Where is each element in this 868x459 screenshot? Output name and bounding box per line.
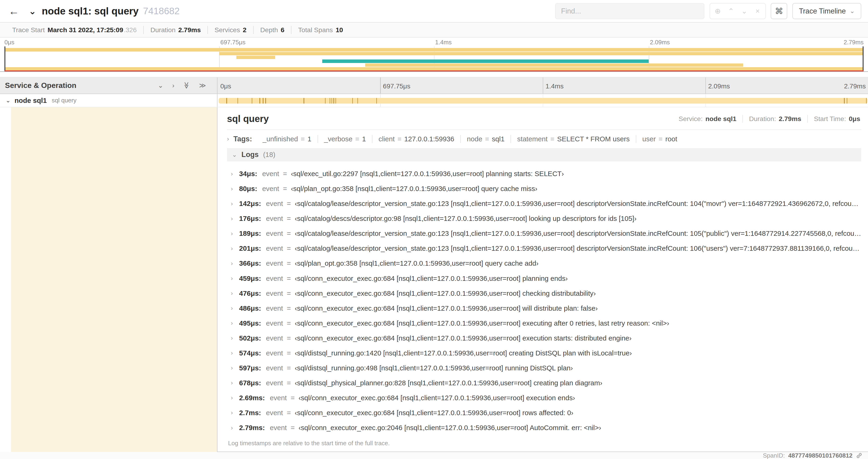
log-expand-icon[interactable]: › bbox=[231, 170, 235, 177]
chevron-up-icon: ⌃ bbox=[728, 7, 734, 15]
clear-search-button[interactable]: × bbox=[751, 4, 764, 19]
logs-header[interactable]: ⌄ Logs (18) bbox=[227, 148, 862, 161]
log-expand-icon[interactable]: › bbox=[231, 320, 235, 327]
span-timeline-cell[interactable] bbox=[217, 94, 868, 107]
collapse-all-icon[interactable]: ≫ bbox=[183, 82, 190, 89]
log-entry[interactable]: › 189μs: event = ‹sql/catalog/lease/desc… bbox=[231, 226, 861, 241]
log-timestamp: 2.7ms: bbox=[239, 409, 261, 417]
log-expand-icon[interactable]: › bbox=[231, 200, 235, 207]
equals-sign: = bbox=[287, 215, 291, 223]
equals-sign: = bbox=[551, 135, 554, 143]
equals-sign: = bbox=[397, 135, 401, 143]
span-collapse-icon[interactable]: ⌄ bbox=[6, 97, 11, 104]
span-row[interactable]: ⌄ node sql1 sql query bbox=[0, 94, 868, 107]
log-expand-icon[interactable]: › bbox=[231, 260, 235, 267]
log-entry[interactable]: › 80μs: event = ‹sql/plan_opt.go:358 [ns… bbox=[231, 181, 861, 196]
log-expand-icon[interactable]: › bbox=[231, 305, 235, 312]
log-value: ‹sql/distsql_physical_planner.go:828 [ns… bbox=[295, 379, 602, 387]
log-field: event bbox=[266, 230, 283, 237]
back-button[interactable]: ← bbox=[6, 3, 22, 19]
next-match-button[interactable]: ⌄ bbox=[738, 4, 751, 19]
equals-sign: = bbox=[291, 424, 295, 432]
tag-item[interactable]: statement = SELECT * FROM users bbox=[511, 135, 636, 143]
minimap-span-bar bbox=[236, 56, 275, 59]
log-entry[interactable]: › 142μs: event = ‹sql/catalog/lease/desc… bbox=[231, 196, 861, 211]
tag-item[interactable]: _unfinished = 1 bbox=[256, 135, 318, 143]
find-input[interactable] bbox=[555, 3, 705, 19]
summary-value: 2 bbox=[243, 26, 247, 34]
prev-match-button[interactable]: ⌃ bbox=[724, 4, 738, 19]
log-expand-icon[interactable]: › bbox=[231, 230, 235, 237]
collapse-trace-header-icon[interactable]: ⌄ bbox=[29, 6, 36, 16]
command-icon: ⌘ bbox=[775, 6, 783, 16]
log-expand-icon[interactable]: › bbox=[231, 349, 235, 357]
log-entry[interactable]: › 366μs: event = ‹sql/plan_opt.go:358 [n… bbox=[231, 256, 861, 271]
log-expand-icon[interactable]: › bbox=[231, 245, 235, 252]
log-entry[interactable]: › 597μs: event = ‹sql/distsql_running.go… bbox=[231, 361, 861, 375]
tag-key: _unfinished bbox=[262, 135, 298, 143]
log-marker-tick bbox=[330, 98, 330, 104]
log-expand-icon[interactable]: › bbox=[231, 379, 235, 387]
log-expand-icon[interactable]: › bbox=[231, 364, 235, 371]
log-expand-icon[interactable]: › bbox=[231, 394, 235, 401]
log-entry[interactable]: › 2.79ms: event = ‹sql/conn_executor_exe… bbox=[231, 420, 861, 435]
tag-item[interactable]: user = root bbox=[636, 135, 683, 143]
spanid-label: SpanID: bbox=[763, 452, 785, 459]
minimap-tick-label: 2.79ms bbox=[843, 39, 864, 46]
log-entry[interactable]: › 574μs: event = ‹sql/distsql_running.go… bbox=[231, 346, 861, 361]
meta-label: Service: bbox=[679, 115, 703, 123]
search-focus-button[interactable]: ⊕ bbox=[711, 4, 724, 19]
log-expand-icon[interactable]: › bbox=[231, 275, 235, 282]
log-entry[interactable]: › 495μs: event = ‹sql/conn_executor_exec… bbox=[231, 316, 861, 331]
log-expand-icon[interactable]: › bbox=[231, 215, 235, 222]
log-value: ‹sql/conn_executor_exec.go:684 [nsql1,cl… bbox=[295, 334, 631, 342]
log-value: ‹sql/conn_executor_exec.go:2046 [nsql1,c… bbox=[299, 424, 601, 432]
close-icon: × bbox=[755, 7, 760, 15]
log-entry[interactable]: › 201μs: event = ‹sql/catalog/lease/desc… bbox=[231, 241, 861, 256]
tags-expand-icon[interactable]: › bbox=[227, 135, 229, 142]
log-expand-icon[interactable]: › bbox=[231, 290, 235, 297]
log-expand-icon[interactable]: › bbox=[231, 409, 235, 416]
log-entry[interactable]: › 2.69ms: event = ‹sql/conn_executor_exe… bbox=[231, 390, 861, 405]
minimap-canvas[interactable] bbox=[4, 46, 864, 71]
log-field: event bbox=[266, 274, 283, 283]
keyboard-shortcuts-button[interactable]: ⌘ bbox=[771, 3, 787, 19]
log-entry[interactable]: › 34μs: event = ‹sql/exec_util.go:2297 [… bbox=[231, 166, 861, 181]
span-detail-title: sql query bbox=[227, 113, 269, 124]
trace-view-label: Trace Timeline bbox=[799, 7, 846, 15]
log-entry[interactable]: › 459μs: event = ‹sql/conn_executor_exec… bbox=[231, 271, 861, 286]
tag-item[interactable]: _verbose = 1 bbox=[318, 135, 373, 143]
trace-view-dropdown[interactable]: Trace Timeline ⌄ bbox=[793, 3, 862, 19]
logs-collapse-icon[interactable]: ⌄ bbox=[232, 151, 237, 158]
tag-item[interactable]: client = 127.0.0.1:59936 bbox=[372, 135, 461, 143]
log-entry[interactable]: › 486μs: event = ‹sql/conn_executor_exec… bbox=[231, 301, 861, 316]
tag-item[interactable]: node = sql1 bbox=[461, 135, 511, 143]
log-entry[interactable]: › 502μs: event = ‹sql/conn_executor_exec… bbox=[231, 331, 861, 346]
log-entry[interactable]: › 176μs: event = ‹sql/catalog/descs/desc… bbox=[231, 211, 861, 226]
log-entry[interactable]: › 678μs: event = ‹sql/distsql_physical_p… bbox=[231, 375, 861, 390]
summary-label: Services bbox=[215, 26, 240, 34]
span-tree-item[interactable]: ⌄ node sql1 sql query bbox=[0, 94, 217, 107]
log-field: event bbox=[266, 215, 283, 223]
span-service-name: node sql1 bbox=[14, 97, 46, 104]
summary-label: Depth bbox=[260, 26, 278, 34]
tags-row[interactable]: › Tags: _unfinished = 1 _verbose = bbox=[227, 132, 862, 146]
log-list: › 34μs: event = ‹sql/exec_util.go:2297 [… bbox=[227, 161, 862, 435]
log-value: ‹sql/distsql_running.go:1420 [nsql1,clie… bbox=[295, 349, 632, 357]
span-detail-meta: Service: node sql1 Duration: 2.79ms Star… bbox=[673, 115, 861, 123]
log-entry[interactable]: › 2.7ms: event = ‹sql/conn_executor_exec… bbox=[231, 405, 861, 420]
log-expand-icon[interactable]: › bbox=[231, 185, 235, 192]
collapse-one-icon[interactable]: ⌄ bbox=[158, 82, 163, 89]
minimap-right-handle[interactable] bbox=[863, 46, 864, 71]
span-duration-bar[interactable] bbox=[219, 98, 867, 104]
expand-all-icon[interactable]: ≫ bbox=[199, 82, 206, 89]
minimap-tick-labels: 0μs697.75μs1.4ms2.09ms2.79ms bbox=[4, 38, 864, 46]
timeline-minimap[interactable]: 0μs697.75μs1.4ms2.09ms2.79ms bbox=[0, 38, 868, 72]
expand-one-icon[interactable]: › bbox=[172, 82, 174, 89]
log-expand-icon[interactable]: › bbox=[231, 424, 235, 431]
log-expand-icon[interactable]: › bbox=[231, 334, 235, 342]
log-entry[interactable]: › 476μs: event = ‹sql/conn_executor_exec… bbox=[231, 286, 861, 301]
minimap-tick-label: 1.4ms bbox=[435, 39, 452, 46]
link-icon[interactable] bbox=[856, 452, 862, 459]
minimap-left-handle[interactable] bbox=[4, 46, 5, 71]
